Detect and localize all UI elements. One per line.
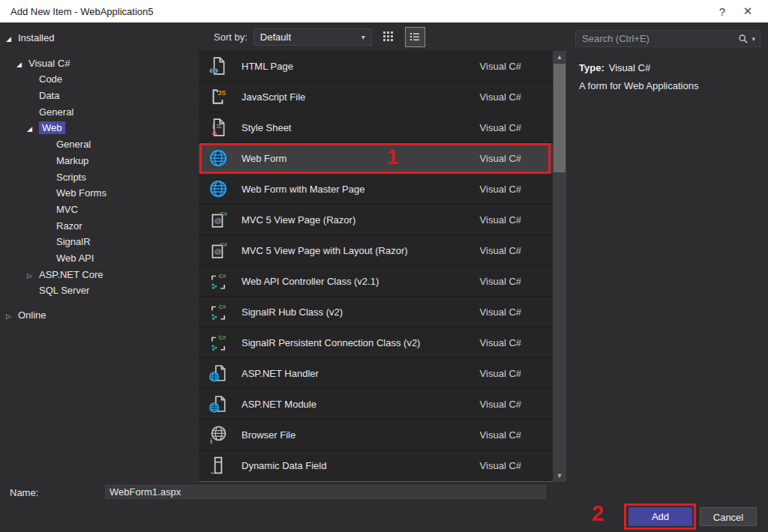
- selected-tree-label: Web: [39, 121, 65, 134]
- code-class-icon: [208, 333, 228, 352]
- template-description: A form for Web Applications: [579, 80, 760, 91]
- dynamic-data-icon: [208, 456, 228, 475]
- type-value: Visual C#: [609, 62, 650, 73]
- sort-dropdown[interactable]: Default ▾: [254, 28, 372, 46]
- details-pane: Search (Ctrl+E) ▾ Type:Visual C# A form …: [566, 22, 768, 482]
- scroll-down-icon[interactable]: ▼: [553, 470, 566, 482]
- tree-item-razor[interactable]: Razor: [0, 218, 199, 235]
- tree-item-sql-server[interactable]: SQL Server: [0, 282, 199, 299]
- code-class-icon: [208, 302, 228, 321]
- list-item-aspnet-module[interactable]: ASP.NET ModuleVisual C#: [199, 389, 553, 420]
- expanded-icon: ◢: [27, 121, 39, 138]
- tree-item-aspnet-core[interactable]: ▷ASP.NET Core: [0, 267, 199, 283]
- list-view-icon: [409, 31, 421, 43]
- tree-item-general[interactable]: General: [0, 104, 199, 121]
- title-bar: Add New Item - WebApplication5 ? ✕: [0, 0, 768, 22]
- name-input[interactable]: [105, 485, 546, 499]
- list-view-button[interactable]: [405, 27, 425, 47]
- list-item-style-sheet[interactable]: Style SheetVisual C#: [199, 112, 553, 143]
- expanded-icon: ◢: [6, 31, 18, 48]
- cancel-button[interactable]: Cancel: [700, 507, 757, 526]
- globe-icon: [208, 148, 228, 168]
- chevron-down-icon: ▾: [362, 33, 365, 41]
- tree-item-web-api[interactable]: Web API: [0, 250, 199, 267]
- type-label: Type:: [579, 62, 604, 73]
- sort-toolbar: Sort by: Default ▾: [199, 22, 566, 51]
- browser-file-icon: [208, 425, 228, 444]
- search-dropdown-icon[interactable]: ▾: [752, 35, 755, 43]
- tree-item-scripts[interactable]: Scripts: [0, 169, 199, 186]
- window-title: Add New Item - WebApplication5: [10, 6, 710, 17]
- razor-page-icon: [208, 241, 228, 260]
- list-item-signalr-persistent-connection[interactable]: SignalR Persistent Connection Class (v2)…: [199, 327, 553, 358]
- tree-item-installed[interactable]: ◢Installed: [0, 30, 199, 46]
- globe-document-icon: [208, 394, 228, 414]
- category-tree-pane: ◢Installed ◢Visual C# Code Data General …: [0, 22, 199, 482]
- style-sheet-icon: [208, 118, 228, 137]
- globe-document-icon: [208, 363, 228, 383]
- tree-item-code[interactable]: Code: [0, 71, 199, 88]
- list-item-dynamic-data-field[interactable]: Dynamic Data FieldVisual C#: [199, 450, 553, 481]
- grid-view-icon: [382, 31, 394, 43]
- tree-item-web-forms[interactable]: Web Forms: [0, 185, 199, 202]
- tree-item-visual-csharp[interactable]: ◢Visual C#: [0, 55, 199, 72]
- template-type-row: Type:Visual C#: [579, 62, 760, 73]
- small-icons-view-button[interactable]: [380, 28, 398, 46]
- search-icon[interactable]: [738, 34, 748, 44]
- list-item-signalr-hub-class[interactable]: SignalR Hub Class (v2)Visual C#: [199, 297, 553, 327]
- help-icon[interactable]: ?: [710, 5, 735, 18]
- tree-item-markup[interactable]: Markup: [0, 153, 199, 169]
- scrollbar-thumb[interactable]: [554, 64, 566, 172]
- html-page-icon: [208, 56, 228, 76]
- list-item-javascript-file[interactable]: JavaScript FileVisual C#: [199, 82, 553, 112]
- list-item-web-api-controller[interactable]: Web API Controller Class (v2.1)Visual C#: [199, 266, 553, 297]
- tree-item-data[interactable]: Data: [0, 88, 199, 104]
- tree-item-web-selected[interactable]: ◢Web: [0, 120, 199, 136]
- sort-by-label: Sort by:: [214, 31, 248, 43]
- globe-icon: [208, 179, 228, 199]
- name-label: Name:: [10, 487, 38, 498]
- collapsed-icon: ▷: [27, 268, 39, 285]
- list-item-web-form-master-page[interactable]: Web Form with Master PageVisual C#: [199, 174, 553, 205]
- tree-item-online[interactable]: ▷Online: [0, 307, 199, 324]
- dialog-body: ◢Installed ◢Visual C# Code Data General …: [0, 22, 768, 482]
- close-icon[interactable]: ✕: [735, 4, 760, 18]
- list-item-web-form[interactable]: Web FormVisual C#: [199, 143, 553, 174]
- tree-item-mvc[interactable]: MVC: [0, 202, 199, 218]
- search-placeholder: Search (Ctrl+E): [582, 33, 738, 44]
- footer-bar: Name: Add Cancel: [0, 482, 768, 532]
- template-list: HTML PageVisual C# JavaScript FileVisual…: [199, 51, 553, 482]
- tree-item-web-general[interactable]: General: [0, 136, 199, 153]
- add-button[interactable]: Add: [628, 507, 692, 526]
- list-item-browser-file[interactable]: Browser FileVisual C#: [199, 420, 553, 450]
- javascript-file-icon: [208, 87, 228, 106]
- category-tree: ◢Installed ◢Visual C# Code Data General …: [0, 30, 199, 324]
- list-item-aspnet-handler[interactable]: ASP.NET HandlerVisual C#: [199, 358, 553, 389]
- collapsed-icon: ▷: [6, 309, 18, 325]
- list-item-mvc5-view-page[interactable]: MVC 5 View Page (Razor)Visual C#: [199, 205, 553, 235]
- sort-dropdown-value: Default: [260, 31, 291, 43]
- vertical-scrollbar[interactable]: ▲ ▼: [553, 51, 566, 482]
- search-input[interactable]: Search (Ctrl+E) ▾: [575, 30, 760, 47]
- code-class-icon: [208, 271, 228, 291]
- expanded-icon: ◢: [16, 57, 28, 73]
- tree-item-signalr[interactable]: SignalR: [0, 234, 199, 250]
- scroll-up-icon[interactable]: ▲: [553, 51, 566, 63]
- list-item-html-page[interactable]: HTML PageVisual C#: [199, 51, 553, 82]
- list-item-mvc5-view-page-layout[interactable]: MVC 5 View Page with Layout (Razor)Visua…: [199, 235, 553, 266]
- razor-page-icon: [208, 210, 228, 229]
- template-list-pane: Sort by: Default ▾ HTML PageVisual C# Ja…: [199, 22, 566, 482]
